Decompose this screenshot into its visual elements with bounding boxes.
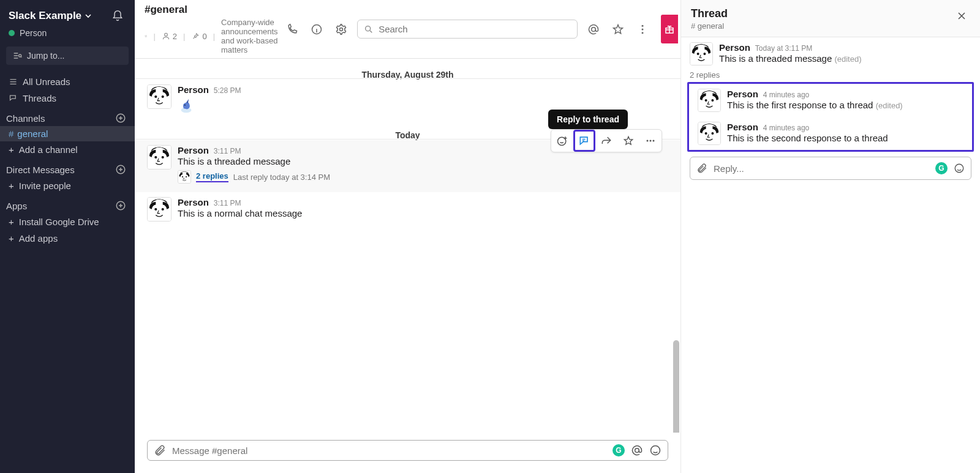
- edited-label: (edited): [834, 54, 861, 64]
- add-apps[interactable]: + Add apps: [0, 230, 135, 247]
- scrollbar-thumb[interactable]: [673, 340, 679, 433]
- info-icon[interactable]: [308, 21, 325, 38]
- message-timestamp[interactable]: Today at 3:11 PM: [755, 44, 812, 53]
- call-icon[interactable]: [284, 21, 301, 38]
- thread-reply: Person 4 minutes ago This is the second …: [689, 117, 972, 150]
- at-mention-icon[interactable]: [631, 444, 643, 456]
- workspace-switcher[interactable]: Slack Example: [9, 10, 91, 22]
- attachment-icon[interactable]: [696, 163, 707, 174]
- avatar[interactable]: [690, 42, 713, 65]
- bird-emoji-icon: [178, 97, 195, 114]
- add-reaction-icon[interactable]: [551, 130, 573, 152]
- thread-reply-input[interactable]: [714, 163, 929, 174]
- message-timestamp[interactable]: 3:11 PM: [214, 199, 241, 207]
- invite-people[interactable]: + Invite people: [0, 177, 135, 194]
- svg-point-12: [642, 24, 644, 26]
- jump-placeholder: Jump to...: [27, 51, 64, 61]
- channel-general[interactable]: # general: [0, 126, 135, 141]
- message-timestamp[interactable]: 4 minutes ago: [763, 124, 809, 132]
- messages-list: Thursday, August 29th Person 5:28 PM: [135, 59, 680, 433]
- jump-icon: [12, 51, 22, 61]
- sidebar: Slack Example Person Jump to... All Unre…: [0, 0, 135, 473]
- attachment-icon[interactable]: [154, 444, 166, 456]
- more-menu-icon[interactable]: [634, 21, 651, 38]
- message-timestamp[interactable]: 5:28 PM: [214, 86, 241, 95]
- message-author[interactable]: Person: [727, 122, 758, 132]
- emoji-icon[interactable]: [954, 163, 965, 174]
- thread-summary[interactable]: 2 replies Last reply today at 3:14 PM: [178, 170, 668, 184]
- sidebar-item-label: Add apps: [19, 233, 58, 244]
- close-thread-icon[interactable]: [953, 7, 970, 24]
- sidebar-item-threads[interactable]: Threads: [0, 90, 135, 106]
- add-channel-icon[interactable]: [115, 113, 126, 124]
- date-divider: Thursday, August 29th: [135, 59, 680, 79]
- svg-point-9: [340, 28, 343, 31]
- add-a-channel[interactable]: + Add a channel: [0, 141, 135, 158]
- search-input[interactable]: [379, 24, 571, 34]
- avatar[interactable]: [698, 122, 721, 145]
- message-timestamp[interactable]: 4 minutes ago: [763, 91, 809, 99]
- channel-topic[interactable]: Company-wide announcements and work-base…: [221, 18, 284, 54]
- replies-link[interactable]: 2 replies: [196, 171, 228, 182]
- more-actions-icon[interactable]: [639, 130, 662, 152]
- notifications-bell-icon[interactable]: [109, 7, 126, 24]
- thread-panel: Thread # general Person Today at 3:11 PM…: [681, 0, 980, 473]
- sidebar-item-label: Threads: [23, 93, 56, 103]
- svg-point-20: [650, 140, 652, 142]
- message-text: This is a normal chat message: [178, 208, 668, 218]
- message-author[interactable]: Person: [727, 89, 758, 99]
- reply-thread-icon[interactable]: [573, 130, 595, 152]
- message-text: This is the first response to a thread: [727, 100, 873, 110]
- jump-to-input[interactable]: Jump to...: [6, 47, 129, 65]
- avatar[interactable]: [147, 145, 172, 169]
- channels-heading: Channels: [6, 113, 45, 124]
- last-reply-time: Last reply today at 3:14 PM: [233, 173, 330, 182]
- message-row: Reply to thread Person 3:11 PM This is a…: [135, 140, 680, 192]
- settings-icon[interactable]: [333, 21, 350, 38]
- message-author[interactable]: Person: [178, 197, 209, 207]
- message-row: Person 3:11 PM This is a normal chat mes…: [135, 192, 680, 226]
- install-google-drive[interactable]: + Install Google Drive: [0, 214, 135, 230]
- emoji-icon[interactable]: [649, 444, 662, 456]
- avatar[interactable]: [147, 197, 172, 222]
- plus-icon: +: [9, 181, 14, 191]
- thread-reply-composer[interactable]: G: [690, 157, 971, 180]
- svg-point-23: [651, 446, 660, 455]
- star-action-icon[interactable]: [617, 130, 639, 152]
- gift-icon[interactable]: [661, 15, 678, 43]
- edited-label: (edited): [876, 101, 903, 110]
- grammarly-icon[interactable]: G: [935, 162, 948, 174]
- list-icon: [9, 77, 18, 86]
- main-column: #general | 2 | 0 | Company-wide announce…: [135, 0, 681, 473]
- star-icon[interactable]: [145, 32, 147, 40]
- message-text: This is the second response to a thread: [727, 133, 963, 143]
- svg-point-14: [642, 32, 644, 34]
- add-app-icon[interactable]: [115, 200, 126, 211]
- message-author[interactable]: Person: [178, 145, 209, 155]
- sidebar-item-label: Install Google Drive: [19, 217, 99, 227]
- sidebar-item-all-unreads[interactable]: All Unreads: [0, 73, 135, 90]
- mini-avatar: [178, 170, 191, 184]
- message-composer[interactable]: G: [147, 440, 668, 461]
- svg-point-22: [635, 449, 639, 453]
- star-header-icon[interactable]: [609, 21, 627, 38]
- message-author[interactable]: Person: [178, 84, 209, 95]
- message-timestamp[interactable]: 3:11 PM: [214, 147, 241, 155]
- avatar[interactable]: [147, 84, 172, 109]
- avatar[interactable]: [698, 89, 721, 112]
- chevron-down-icon: [85, 13, 91, 19]
- message-author[interactable]: Person: [719, 42, 750, 53]
- current-user-name: Person: [20, 28, 47, 38]
- plus-icon: +: [9, 233, 14, 244]
- share-icon[interactable]: [595, 130, 617, 152]
- highlighted-replies: Person 4 minutes ago This is the first r…: [687, 82, 974, 152]
- member-count[interactable]: 2: [162, 32, 177, 41]
- composer-input[interactable]: [172, 445, 606, 456]
- new-dm-icon[interactable]: [115, 164, 126, 175]
- channel-header: #general | 2 | 0 | Company-wide announce…: [135, 0, 680, 59]
- apps-heading: Apps: [6, 201, 27, 211]
- grammarly-icon[interactable]: G: [612, 444, 625, 456]
- search-box[interactable]: [357, 20, 578, 39]
- pin-count[interactable]: 0: [191, 32, 206, 41]
- mentions-icon[interactable]: [585, 21, 602, 38]
